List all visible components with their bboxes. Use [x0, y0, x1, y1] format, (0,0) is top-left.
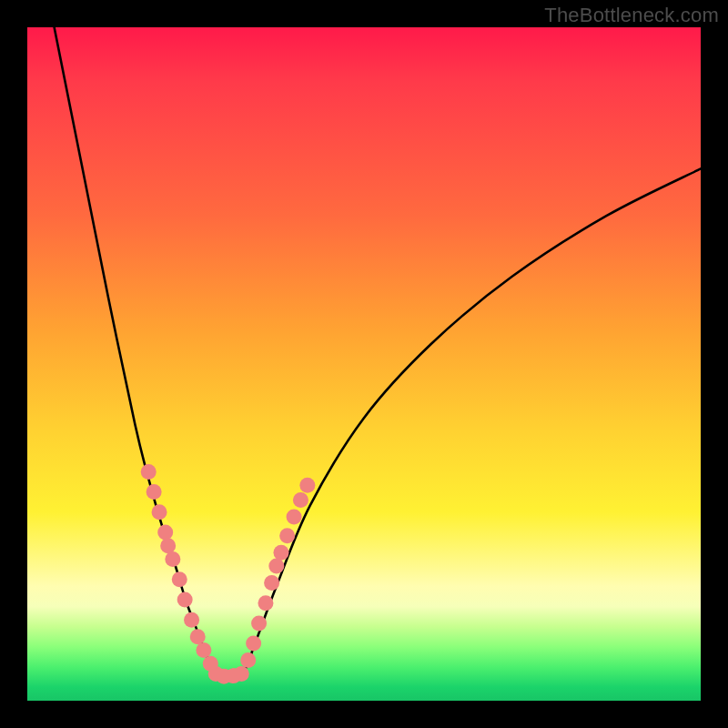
data-dot: [293, 492, 308, 508]
chart-frame: TheBottleneck.com: [0, 0, 728, 728]
data-dot: [287, 509, 302, 524]
data-dot: [152, 504, 167, 520]
data-dot: [240, 652, 256, 668]
bottleneck-curve: [55, 27, 701, 678]
data-dot: [251, 615, 267, 631]
data-dot: [190, 629, 206, 644]
dots-group: [141, 464, 316, 684]
attribution-label: TheBottleneck.com: [544, 4, 719, 27]
data-dot: [141, 464, 157, 480]
data-dot: [299, 478, 315, 493]
data-dot: [184, 612, 199, 628]
data-dot: [160, 538, 176, 553]
data-dot: [246, 636, 261, 652]
curve-group: [55, 27, 701, 678]
data-dot: [172, 571, 187, 587]
data-dot: [147, 484, 162, 500]
data-dot: [264, 575, 279, 591]
data-dot: [177, 592, 193, 608]
curve-layer: [27, 27, 701, 701]
data-dot: [273, 545, 288, 561]
data-dot: [258, 595, 273, 611]
data-dot: [165, 551, 180, 567]
data-dot: [279, 528, 295, 543]
data-dot: [234, 666, 249, 682]
data-dot: [157, 525, 173, 541]
data-dot: [196, 642, 211, 658]
data-dot: [268, 559, 284, 574]
plot-area: [27, 27, 701, 701]
